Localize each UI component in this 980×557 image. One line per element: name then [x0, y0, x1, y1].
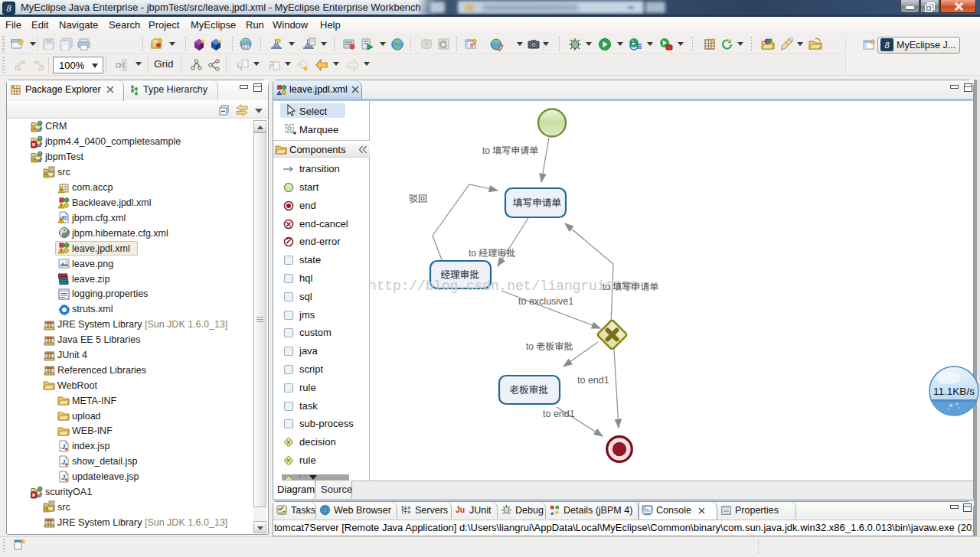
svg-text:http://blog.csdn.net/liangrui1: http://blog.csdn.net/liangrui1988 [371, 278, 638, 294]
svg-text:to: to [603, 282, 610, 292]
svg-text:to: to [526, 341, 534, 352]
svg-text:to exclusive1: to exclusive1 [518, 296, 573, 307]
svg-text:to: to [469, 248, 476, 259]
svg-text:11.1KB/s: 11.1KB/s [933, 386, 975, 397]
svg-text:to: to [482, 145, 490, 156]
svg-text:to end1: to end1 [543, 409, 575, 419]
svg-text:2.0: 2.0 [243, 44, 249, 49]
svg-text:Ju: Ju [456, 506, 465, 514]
svg-text:8: 8 [885, 40, 890, 50]
svg-text:8: 8 [7, 3, 11, 14]
svg-text:to end1: to end1 [577, 375, 609, 386]
